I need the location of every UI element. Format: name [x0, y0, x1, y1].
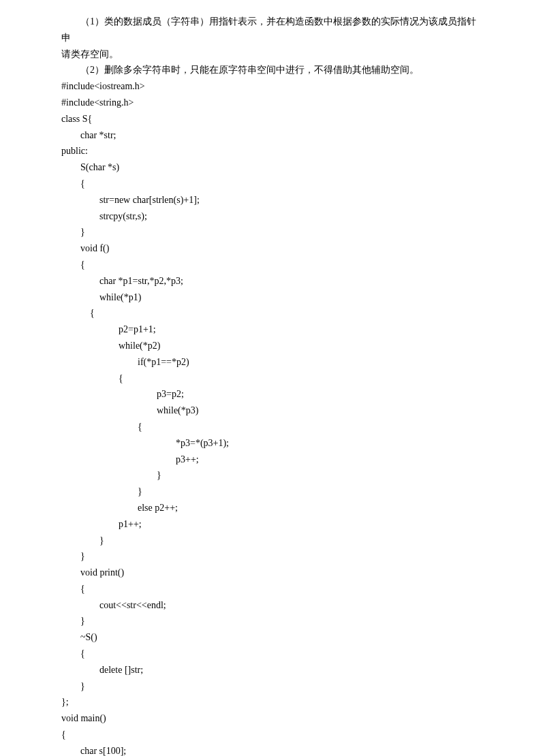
line-40: } [61, 678, 484, 695]
line-4: #include<string.h> [61, 95, 484, 111]
line-35: cout<<str<<endl; [61, 597, 484, 614]
line-10: str=new char[strlen(s)+1]; [61, 192, 484, 208]
line-29: else p2++; [61, 500, 484, 516]
line-11: strcpy(str,s); [61, 208, 484, 225]
line-3: #include<iostream.h> [61, 78, 484, 95]
line-13: void f() [61, 240, 484, 257]
line-0: （1）类的数据成员（字符串）用指针表示，并在构造函数中根据参数的实际情况为该成员… [61, 14, 484, 46]
line-5: class S{ [61, 111, 484, 127]
line-16: while(*p1) [61, 289, 484, 306]
line-17: { [61, 305, 484, 321]
line-9: { [61, 176, 484, 192]
line-15: char *p1=str,*p2,*p3; [61, 273, 484, 289]
line-24: { [61, 419, 484, 435]
line-22: p3=p2; [61, 386, 484, 403]
line-37: ~S() [61, 629, 484, 646]
line-43: { [61, 727, 484, 743]
line-34: { [61, 581, 484, 597]
line-21: { [61, 371, 484, 387]
line-30: p1++; [61, 516, 484, 533]
line-19: while(*p2) [61, 338, 484, 354]
line-38: { [61, 646, 484, 662]
line-36: } [61, 613, 484, 629]
line-26: p3++; [61, 452, 484, 468]
line-12: } [61, 224, 484, 240]
line-28: } [61, 484, 484, 500]
line-39: delete []str; [61, 662, 484, 678]
document-page: （1）类的数据成员（字符串）用指针表示，并在构造函数中根据参数的实际情况为该成员… [0, 0, 545, 756]
line-41: }; [61, 694, 484, 710]
line-8: S(char *s) [61, 159, 484, 176]
line-20: if(*p1==*p2) [61, 354, 484, 371]
line-2: （2）删除多余字符串时，只能在原字符串空间中进行，不得借助其他辅助空间。 [61, 62, 484, 78]
line-32: } [61, 548, 484, 565]
line-1: 请类存空间。 [61, 46, 484, 63]
line-27: } [61, 467, 484, 484]
line-6: char *str; [61, 127, 484, 144]
line-7: public: [61, 143, 484, 159]
line-44: char s[100]; [61, 743, 484, 756]
line-14: { [61, 257, 484, 273]
line-42: void main() [61, 710, 484, 727]
line-25: *p3=*(p3+1); [61, 435, 484, 452]
line-18: p2=p1+1; [61, 321, 484, 338]
line-33: void print() [61, 565, 484, 581]
line-31: } [61, 533, 484, 549]
line-23: while(*p3) [61, 403, 484, 419]
